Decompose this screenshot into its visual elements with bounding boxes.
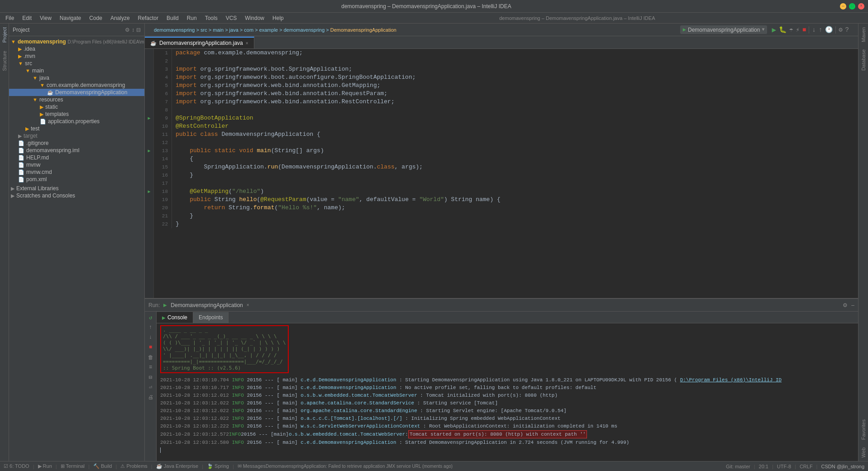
app-title-center: demomavenspring – DemomavenspringApplica… xyxy=(499,15,655,21)
menu-file[interactable]: File xyxy=(2,14,18,22)
encoding-indicator[interactable]: UTF-8 xyxy=(777,464,791,469)
help-button[interactable]: ? xyxy=(845,26,849,34)
tree-item-package[interactable]: ▼ com.example.demomavenspring xyxy=(9,82,144,89)
menu-view[interactable]: View xyxy=(36,14,55,22)
tree-label-mvnwcmd: mvnw.cmd xyxy=(26,169,52,175)
minimize-button[interactable]: — xyxy=(840,3,846,10)
tab-app-java[interactable]: ☕ DemomavenspringApplication.java × xyxy=(145,37,254,48)
run-collapse-icon[interactable]: – xyxy=(851,302,854,308)
stop-button[interactable]: ■ xyxy=(802,26,806,34)
tree-item-pomxml[interactable]: 📄 pom.xml xyxy=(9,176,144,183)
code-line-21: } xyxy=(176,212,858,220)
tree-item-java[interactable]: ▼ java xyxy=(9,74,144,82)
project-tab-vert[interactable]: Project xyxy=(1,24,8,46)
scroll-up-button[interactable]: ↑ xyxy=(147,323,155,332)
todo-status[interactable]: ☑ 6: TODO xyxy=(4,463,29,469)
tab-endpoints[interactable]: Endpoints xyxy=(193,312,229,323)
settings-button[interactable]: ⚙ xyxy=(839,26,842,34)
tree-item-mvn[interactable]: ▶ .mvn xyxy=(9,53,144,60)
gutter-13-run[interactable]: ▶ xyxy=(145,147,153,155)
gutter-18-run[interactable]: ▶ xyxy=(145,187,153,196)
spring-status[interactable]: 🍃 Spring xyxy=(207,463,229,469)
log-cursor xyxy=(160,447,854,455)
tree-item-mvnwcmd[interactable]: 📄 mvnw.cmd xyxy=(9,168,144,176)
print-button[interactable]: 🖨 xyxy=(147,393,155,401)
tree-item-app-class[interactable]: ☕ DemomavenspringApplication xyxy=(9,89,144,96)
menu-build[interactable]: Build xyxy=(163,14,182,22)
tree-item-mvnw[interactable]: 📄 mvnw xyxy=(9,161,144,168)
tree-item-appprops[interactable]: 📄 application.properties xyxy=(9,118,144,125)
close-button[interactable]: × xyxy=(858,3,864,10)
favorites-tab-vert[interactable]: Favorites xyxy=(860,416,867,443)
sidebar-expand-icon[interactable]: ⊟ xyxy=(136,27,141,33)
window-controls[interactable]: — □ × xyxy=(840,3,864,10)
git-branch[interactable]: Git: master xyxy=(726,464,750,469)
tree-item-target[interactable]: ▶ target xyxy=(9,132,144,139)
ln-7: 7 xyxy=(154,98,168,106)
maximize-button[interactable]: □ xyxy=(849,3,855,10)
menu-vcs[interactable]: VCS xyxy=(222,14,241,22)
run-status[interactable]: ▶ Run xyxy=(38,463,52,469)
menu-run[interactable]: Run xyxy=(183,14,200,22)
tree-item-help[interactable]: 📄 HELP.md xyxy=(9,154,144,161)
git-push-button[interactable]: ↑ xyxy=(819,26,822,34)
menu-edit[interactable]: Edit xyxy=(19,14,35,22)
gutter-9-run[interactable]: ▶ xyxy=(145,114,153,122)
tree-item-test[interactable]: ▶ test xyxy=(9,125,144,132)
soft-wrap-button[interactable]: ⏎ xyxy=(147,383,155,391)
watermark-text: CSDN @jlin_strong xyxy=(821,464,864,469)
rerun-button[interactable]: ↺ xyxy=(147,313,155,322)
tree-item-extlibs[interactable]: ▶ External Libraries xyxy=(9,185,144,192)
java-enterprise-status[interactable]: ☕ Java Enterprise xyxy=(156,463,198,469)
tree-item-main[interactable]: ▼ main xyxy=(9,67,144,74)
tree-item-scratches[interactable]: ▶ Scratches and Consoles xyxy=(9,192,144,199)
code-line-6: import org.springframework.web.bind.anno… xyxy=(176,90,858,98)
console-output: . ____ _ __ _ _ /\\ / ___'_ __ _ _(_)_ _… xyxy=(157,323,858,461)
terminal-status[interactable]: ⊞ Terminal xyxy=(61,463,85,469)
sidebar-settings-icon[interactable]: ⚙ xyxy=(125,27,130,33)
stop-run-button[interactable]: ■ xyxy=(147,343,155,351)
problems-status[interactable]: ⚠ Problems xyxy=(120,463,148,469)
clear-console-button[interactable]: 🗑 xyxy=(147,353,155,361)
menu-window[interactable]: Window xyxy=(241,14,268,22)
tab-close-icon[interactable]: × xyxy=(246,41,248,46)
tree-item-resources[interactable]: ▼ resources xyxy=(9,96,144,103)
debug-button[interactable]: 🐛 xyxy=(779,26,787,34)
tree-label-iml: demomavenspring.iml xyxy=(26,147,79,154)
line-numbers: 1 2 3 4 5 6 7 8 9 10 11 12 13 xyxy=(154,49,172,228)
run-settings-icon[interactable]: ⚙ xyxy=(843,302,848,308)
build-status[interactable]: 🔨 Build xyxy=(93,463,112,469)
filter-button[interactable]: ≡ xyxy=(147,363,155,371)
coverage-button[interactable]: ☂ xyxy=(789,26,793,34)
tree-item-templates[interactable]: ▶ templates xyxy=(9,111,144,118)
run-tab-close-icon[interactable]: × xyxy=(247,303,249,308)
sidebar-sort-icon[interactable]: ↕ xyxy=(132,27,134,33)
scroll-down-button[interactable]: ↓ xyxy=(147,333,155,341)
tree-item-idea[interactable]: ▶ .idea xyxy=(9,45,144,53)
database-tab-vert[interactable]: Database xyxy=(860,46,867,74)
menu-refactor[interactable]: Refactor xyxy=(134,14,162,22)
menu-navigate[interactable]: Navigate xyxy=(56,14,85,22)
messages-status[interactable]: ✉ Messages xyxy=(238,463,266,469)
java-tab-icon: ☕ xyxy=(150,40,157,46)
line-sep-indicator[interactable]: CRLF xyxy=(800,464,813,469)
run-button[interactable]: ▶ xyxy=(772,25,776,34)
tree-item-src[interactable]: ▼ src xyxy=(9,60,144,67)
menu-analyze[interactable]: Analyze xyxy=(107,14,134,22)
menu-code[interactable]: Code xyxy=(86,14,106,22)
menu-help[interactable]: Help xyxy=(269,14,287,22)
profile-button[interactable]: ⚡ xyxy=(796,26,800,34)
tree-item-root[interactable]: ▼ demomavenspring D:\Program Files (x86)… xyxy=(9,38,144,45)
fold-button[interactable]: ⊟ xyxy=(147,373,155,381)
history-button[interactable]: 🕐 xyxy=(825,26,833,34)
maven-tab-vert[interactable]: Maven xyxy=(860,24,867,46)
run-config-selector[interactable]: ▶ DemomavenspringApplication ▼ xyxy=(680,25,768,34)
tree-item-iml[interactable]: 📄 demomavenspring.iml xyxy=(9,147,144,154)
tab-console[interactable]: ▶ Console xyxy=(157,312,193,323)
tree-item-static[interactable]: ▶ static xyxy=(9,103,144,111)
menu-tools[interactable]: Tools xyxy=(201,14,221,22)
tree-item-gitignore[interactable]: 📄 .gitignore xyxy=(9,139,144,147)
structure-tab-vert[interactable]: Structure xyxy=(1,47,8,75)
web-tab-vert[interactable]: Web xyxy=(860,444,867,461)
git-update-button[interactable]: ↓ xyxy=(812,26,816,34)
